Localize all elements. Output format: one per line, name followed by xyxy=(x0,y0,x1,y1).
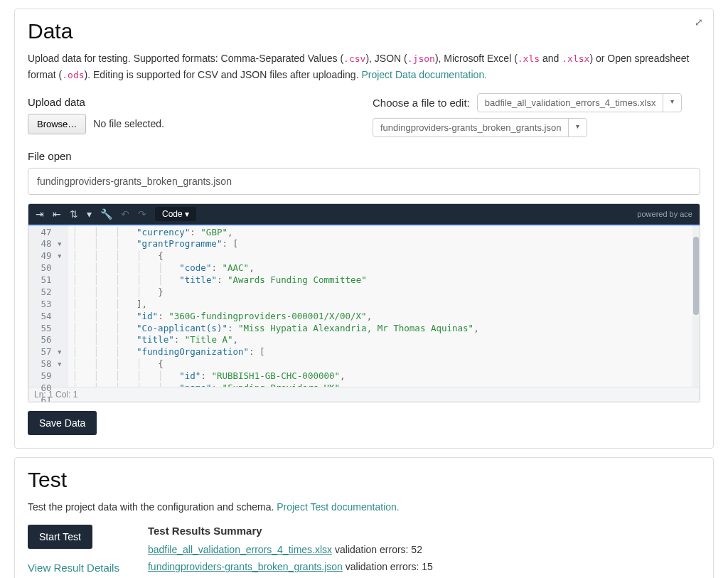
data-doc-link[interactable]: Project Data documentation. xyxy=(361,69,487,80)
choose-file-label: Choose a file to edit: xyxy=(373,97,470,109)
wrench-icon[interactable]: 🔧 xyxy=(100,208,112,220)
data-description: Upload data for testing. Supported forma… xyxy=(28,50,700,83)
data-panel: ⤢ Data Upload data for testing. Supporte… xyxy=(14,9,714,449)
expand-icon[interactable]: ⤢ xyxy=(695,16,703,28)
redo-icon[interactable]: ↷ xyxy=(138,208,146,220)
no-file-label: No file selected. xyxy=(93,118,164,129)
editor-scrollbar[interactable] xyxy=(692,225,699,387)
format-xlsx: .xlsx xyxy=(562,53,589,64)
chevron-down-icon[interactable]: ▾ xyxy=(663,94,681,112)
result-line: badfile_all_validation_errors_4_times.xl… xyxy=(148,544,433,555)
start-test-button[interactable]: Start Test xyxy=(28,525,92,549)
editor-code[interactable]: │ │ │ "currency": "GBP", │ │ │ "grantPro… xyxy=(68,225,482,387)
browse-button[interactable]: Browse… xyxy=(28,114,86,134)
test-heading: Test xyxy=(28,468,700,492)
indent-left-icon[interactable]: ⇤ xyxy=(53,208,61,220)
chevron-down-icon[interactable]: ▾ xyxy=(569,119,587,137)
editor-mode-dropdown[interactable]: Code ▾ xyxy=(155,207,196,221)
editor-body[interactable]: 47 48 ▾ 49 ▾ 50 51 52 53 54 55 56 57 ▾ 5… xyxy=(28,225,700,387)
filter-icon[interactable]: ▾ xyxy=(87,208,92,220)
view-result-details-link[interactable]: View Result Details xyxy=(28,562,119,574)
format-xls: .xls xyxy=(518,53,540,64)
result-file-link[interactable]: badfile_all_validation_errors_4_times.xl… xyxy=(148,544,332,555)
editor-status: Ln: 1 Col: 1 xyxy=(28,387,700,402)
save-data-button[interactable]: Save Data xyxy=(28,411,97,435)
sort-icon[interactable]: ⇅ xyxy=(70,208,78,220)
results-heading: Test Results Summary xyxy=(148,525,433,537)
test-panel: Test Test the project data with the conf… xyxy=(14,457,714,578)
test-description: Test the project data with the configura… xyxy=(28,499,700,515)
test-results-summary: Test Results Summary badfile_all_validat… xyxy=(148,525,433,578)
editor-toolbar: ⇥ ⇤ ⇅ ▾ 🔧 ↶ ↷ Code ▾ powered by ace xyxy=(28,204,700,225)
code-editor[interactable]: ⇥ ⇤ ⇅ ▾ 🔧 ↶ ↷ Code ▾ powered by ace 47 4… xyxy=(28,203,700,402)
upload-label: Upload data xyxy=(28,96,355,108)
editor-gutter: 47 48 ▾ 49 ▾ 50 51 52 53 54 55 56 57 ▾ 5… xyxy=(28,225,68,387)
powered-by-label: powered by ace xyxy=(637,210,692,218)
format-csv: .csv xyxy=(343,53,365,64)
data-heading: Data xyxy=(28,19,700,43)
file-open-label: File open xyxy=(28,150,700,162)
test-doc-link[interactable]: Project Test documentation. xyxy=(277,501,400,513)
undo-icon[interactable]: ↶ xyxy=(121,208,129,220)
file-open-input[interactable] xyxy=(28,168,700,195)
editor-scrollbar-thumb[interactable] xyxy=(693,237,699,315)
indent-right-icon[interactable]: ⇥ xyxy=(36,208,44,220)
format-json: .json xyxy=(407,53,435,64)
result-file-link[interactable]: fundingproviders-grants_broken_grants.js… xyxy=(148,561,343,572)
result-line: fundingproviders-grants_broken_grants.js… xyxy=(148,561,433,572)
file-dropdown-1[interactable]: badfile_all_validation_errors_4_times.xl… xyxy=(477,93,682,112)
format-ods: .ods xyxy=(62,70,84,80)
file-dropdown-2[interactable]: fundingproviders-grants_broken_grants.js… xyxy=(373,118,587,137)
